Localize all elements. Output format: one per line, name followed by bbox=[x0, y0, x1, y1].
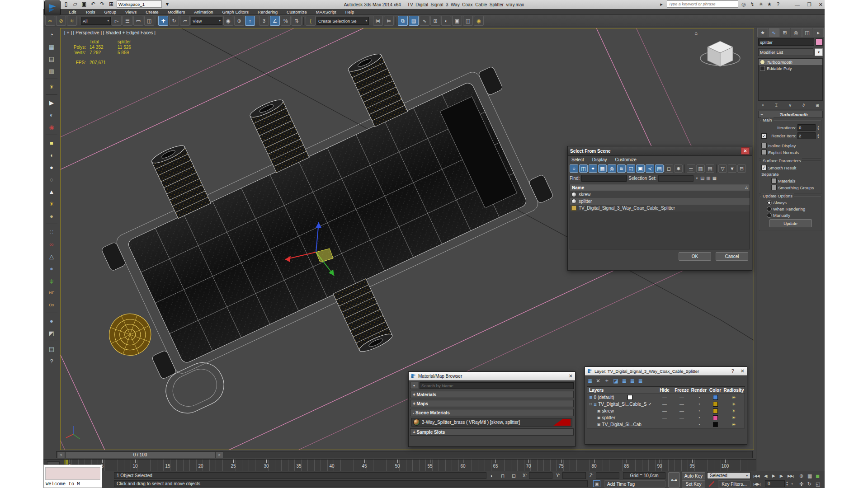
filter-combinations-icon[interactable]: ▼ bbox=[728, 164, 736, 173]
isolate-selection-icon[interactable]: ▣ bbox=[593, 480, 600, 487]
sphere-array-icon[interactable]: ∷ bbox=[46, 226, 57, 237]
dialog-menu-customize[interactable]: Customize bbox=[615, 157, 637, 162]
tab-utilities-icon[interactable]: ▸ bbox=[813, 28, 824, 37]
menu-tools[interactable]: Tools bbox=[80, 9, 99, 14]
x-coordinate-field[interactable] bbox=[529, 472, 552, 479]
pylon-icon[interactable]: △ bbox=[46, 251, 57, 262]
keyboard-shortcut-override-icon[interactable]: ↑ bbox=[245, 16, 255, 26]
remove-modifier-icon[interactable]: ∂ bbox=[802, 103, 805, 108]
object-name-field[interactable]: splitter bbox=[758, 38, 814, 46]
previous-frame-icon[interactable]: ◀| bbox=[764, 472, 768, 479]
col-freeze[interactable]: Freeze bbox=[673, 388, 690, 393]
key-filters-button[interactable]: Key Filters... bbox=[718, 480, 750, 488]
unlink-selection-icon[interactable]: ⊘ bbox=[56, 16, 66, 26]
dialog-menu-display[interactable]: Display bbox=[592, 157, 607, 162]
render-setup-dialog-icon[interactable]: ▤ bbox=[46, 53, 57, 64]
display-helpers-icon[interactable]: ◎ bbox=[608, 164, 616, 173]
clipboard-icon[interactable]: ▤ bbox=[46, 343, 57, 354]
menu-graph-editors[interactable]: Graph Editors bbox=[217, 9, 253, 14]
sample-slot-square-icon[interactable]: ■ bbox=[46, 137, 57, 148]
freeze-toggle[interactable]: — bbox=[673, 408, 690, 413]
object-color-swatch[interactable] bbox=[713, 422, 718, 427]
use-pivot-center-icon[interactable]: ◉ bbox=[223, 16, 233, 26]
selection-set-dropdown[interactable] bbox=[658, 175, 693, 182]
select-in-layer-icon[interactable]: ◪ bbox=[613, 378, 618, 384]
menu-maxscript[interactable]: MAXScript bbox=[311, 9, 341, 14]
selection-lock-icon[interactable]: ⊓ bbox=[501, 472, 505, 479]
play-animation-icon[interactable]: ▶ bbox=[772, 472, 775, 479]
isoline-display-checkbox[interactable]: ✓ bbox=[761, 143, 767, 148]
select-from-scene-titlebar[interactable]: Select From Scene ✕ bbox=[568, 146, 752, 156]
help-circle-icon[interactable]: ? bbox=[46, 356, 57, 366]
go-to-start-icon[interactable]: |◀◀ bbox=[753, 472, 760, 479]
open-file-icon[interactable]: ▱ bbox=[71, 0, 79, 8]
snaps-toggle-icon[interactable]: 3 bbox=[259, 16, 269, 26]
mirror-icon[interactable]: ⋈ bbox=[373, 16, 383, 26]
key-selection-dropdown[interactable]: Selected▾ bbox=[707, 472, 750, 479]
ox-icon[interactable]: Ox bbox=[46, 300, 57, 310]
render-production-icon[interactable]: ◉ bbox=[474, 16, 484, 26]
minimize-button[interactable]: — bbox=[795, 2, 800, 7]
auto-key-button[interactable]: Auto Key bbox=[682, 472, 705, 479]
object-color-swatch[interactable] bbox=[713, 415, 718, 420]
new-file-icon[interactable]: ▯ bbox=[62, 0, 70, 8]
scene-material-item[interactable]: 3-Way_Splitter_brass ( VRayMtl ) [skrew,… bbox=[411, 418, 572, 427]
collapse-all-icon[interactable]: ⊟ bbox=[737, 164, 746, 173]
scene-materials-rollout[interactable]: - Scene Materials bbox=[410, 409, 574, 416]
freeze-toggle[interactable]: — bbox=[673, 422, 690, 427]
go-to-end-icon[interactable]: ▶▶| bbox=[788, 472, 794, 479]
hair-fur-icon[interactable]: HF bbox=[46, 287, 57, 298]
key-mode-toggle-icon[interactable]: |◀▶| bbox=[753, 480, 760, 488]
smooth-result-checkbox[interactable]: ✓ bbox=[761, 165, 767, 170]
display-bones-icon[interactable]: ≺ bbox=[646, 164, 654, 173]
column-view-icon[interactable]: ▥ bbox=[696, 164, 705, 173]
hide-toggle[interactable]: — bbox=[656, 395, 673, 400]
configure-modifier-sets-icon[interactable]: ⊞ bbox=[816, 103, 819, 108]
grass-icon[interactable]: ψ bbox=[46, 275, 57, 286]
tab-modify-icon[interactable]: ∿ bbox=[769, 28, 779, 37]
wireframe-teapot-icon[interactable]: ◌ bbox=[46, 174, 57, 185]
iterations-spinner[interactable]: ▲▼ bbox=[817, 125, 820, 131]
display-containers-icon[interactable]: ▤ bbox=[655, 164, 664, 173]
ok-button[interactable]: OK bbox=[679, 252, 711, 261]
select-object-icon[interactable]: ▻ bbox=[112, 16, 122, 26]
list-item-skrew[interactable]: skrew bbox=[570, 191, 750, 198]
light-lister-icon[interactable]: ☀ bbox=[46, 81, 57, 92]
welcome-screen-window[interactable]: Welcome to M bbox=[43, 465, 102, 488]
delete-layer-icon[interactable]: ✕ bbox=[596, 378, 600, 384]
menu-rendering[interactable]: Rendering bbox=[253, 9, 282, 14]
notification-balloon-icon[interactable]: ◗ bbox=[490, 472, 493, 479]
paste-list-icon[interactable]: ▥ bbox=[706, 176, 710, 181]
always-radio[interactable] bbox=[767, 200, 772, 205]
display-cameras-icon[interactable]: ▦ bbox=[598, 164, 607, 173]
zoom-viewport-icon[interactable]: ⊕ bbox=[799, 472, 803, 479]
modifier-list-dropdown[interactable]: Modifier List bbox=[758, 48, 813, 56]
render-iters-spinner[interactable]: ▲▼ bbox=[817, 133, 820, 139]
zoom-extents-icon[interactable]: ◼ bbox=[816, 472, 820, 479]
batch-render-icon[interactable]: ◉ bbox=[46, 122, 57, 132]
menu-customize[interactable]: Customize bbox=[282, 9, 311, 14]
close-button[interactable]: ✕ bbox=[819, 2, 823, 8]
display-all-icon[interactable]: ○ bbox=[570, 164, 578, 173]
zoom-all-icon[interactable]: ▦ bbox=[807, 472, 812, 479]
copy-list-icon[interactable]: ▤ bbox=[700, 176, 704, 181]
rendered-frame-window-icon[interactable]: ▦ bbox=[46, 41, 57, 52]
save-file-icon[interactable]: ▣ bbox=[80, 0, 88, 8]
smoothing-groups-checkbox[interactable]: ✓ bbox=[771, 185, 777, 190]
subscription-icon[interactable]: ↯ bbox=[749, 1, 755, 7]
when-rendering-radio[interactable] bbox=[767, 206, 772, 211]
track-bar-ruler[interactable]: 0 5 10 15 20 25 30 35 40 45 50 55 60 65 … bbox=[65, 460, 752, 471]
selection-set-arrow-icon[interactable]: ▼ bbox=[695, 177, 698, 180]
undo-icon[interactable]: ↶ bbox=[90, 0, 97, 8]
sample-slot-dome-icon[interactable]: ◖ bbox=[46, 150, 57, 160]
layer-panel-titlebar[interactable]: Layer: TV_Digital_Signal_3_Way_Coax_Cabl… bbox=[585, 367, 747, 375]
select-and-link-icon[interactable]: ∞ bbox=[45, 16, 55, 26]
iterations-field[interactable]: 0 bbox=[797, 124, 816, 131]
rendered-frame-window-icon[interactable]: ◫ bbox=[463, 16, 473, 26]
search-icon[interactable]: ◎ bbox=[741, 1, 747, 7]
add-time-tag-button[interactable]: Add Time Tag bbox=[604, 480, 665, 488]
material-browser-close-icon[interactable]: ✕ bbox=[569, 373, 573, 379]
list-item-splitter[interactable]: splitter bbox=[570, 198, 750, 205]
track-bar[interactable]: ∿ 0 5 10 15 20 25 30 35 40 45 50 55 60 6… bbox=[43, 459, 756, 471]
y-coordinate-field[interactable] bbox=[562, 472, 586, 479]
